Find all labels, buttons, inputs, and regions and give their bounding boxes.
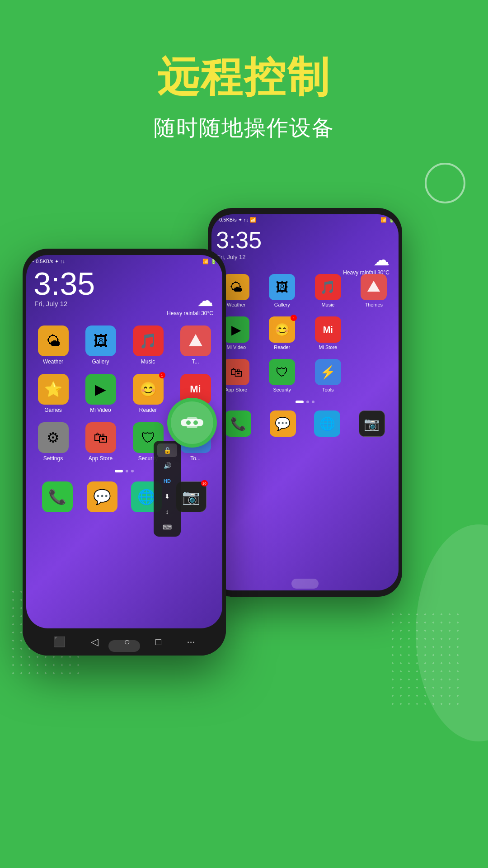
list-item[interactable]: 🌤 Weather <box>31 326 75 365</box>
svg-rect-3 <box>187 417 197 428</box>
ctrl-circle[interactable] <box>167 398 217 448</box>
reader-icon-back: 😊 1 <box>269 316 295 343</box>
messages-icon-front: 💬 <box>87 481 117 512</box>
app-label: Gallery <box>92 359 109 365</box>
svg-rect-2 <box>181 419 203 426</box>
list-item[interactable]: 🛡 Security <box>260 359 305 392</box>
nav-more-icon[interactable]: ··· <box>187 636 195 648</box>
mistore-icon-back: Mi <box>315 316 341 343</box>
app-label: Weather <box>43 359 63 365</box>
mivideo-icon-front: ▶ <box>85 374 116 405</box>
wifi-front: 📶 <box>202 259 209 264</box>
wifi-back: 📶 <box>380 217 387 223</box>
app-label: T... <box>192 359 199 365</box>
signal-info-back: ···0.5KB/s ✦ ↑↓ 📶 <box>215 217 256 223</box>
app-label: App Store <box>225 387 247 392</box>
battery-back: 🔋 <box>389 217 395 223</box>
app-label: Tools <box>322 387 334 392</box>
app-grid-front-row1: 🌤 Weather 🖼 Gallery 🎵 Music T... <box>26 321 222 369</box>
hd-btn[interactable]: HD <box>157 474 177 488</box>
themes-icon-front <box>180 326 211 356</box>
app-label: Games <box>44 407 62 413</box>
list-item[interactable]: 🎵 Music <box>126 326 170 365</box>
list-item[interactable]: 🛍 App Store <box>78 422 123 462</box>
volume-btn[interactable]: 🔊 <box>157 459 177 472</box>
app-label: Settings <box>43 455 63 462</box>
list-item[interactable]: 😊 1 Reader <box>260 316 305 350</box>
resize-btn[interactable]: ↕ <box>157 505 177 519</box>
app-grid-back-row3: 🛍 App Store 🛡 Security ⚡ Tools <box>211 354 399 397</box>
status-bar-front: ···0.5KB/s ✦ ↑↓ 📶 🔋 <box>26 255 222 266</box>
hero-subtitle: 随时随地操作设备 <box>0 113 488 142</box>
app-label: Security <box>273 387 291 392</box>
tools-icon-back: ⚡ <box>315 359 341 385</box>
list-item <box>352 316 396 350</box>
app-label: Mi Video <box>90 407 111 413</box>
list-item[interactable]: Mi Mi Store <box>306 316 350 350</box>
gallery-icon-front: 🖼 <box>85 326 116 356</box>
list-item <box>352 359 396 392</box>
app-label: Themes <box>365 302 383 307</box>
app-grid-back-row2: ▶ Mi Video 😊 1 Reader Mi Mi Store <box>211 312 399 354</box>
home-btn-front[interactable] <box>108 640 140 652</box>
app-label: Music <box>141 359 155 365</box>
ctrl-icon <box>178 414 206 432</box>
ctrl-panel: 🔒 🔊 HD ⬇ ↕ ⌨ <box>154 441 181 537</box>
themes-icon-back <box>361 274 387 300</box>
app-label: App Store <box>89 455 113 462</box>
phones-container: ···0.5KB/s ✦ ↑↓ 📶 📶 🔋 3:35 Fri, July 12 … <box>0 172 488 868</box>
security-icon-back: 🛡 <box>269 359 295 385</box>
weather-icon-front-app: 🌤 <box>38 326 69 356</box>
svg-point-5 <box>193 420 198 425</box>
download-btn[interactable]: ⬇ <box>157 490 177 503</box>
app-label: Mi Video <box>226 344 246 350</box>
weather-label-front: Heavy rainfall 30°C <box>167 310 213 316</box>
games-icon-front: ⭐ <box>38 374 69 405</box>
phone-icon-front: 📞 <box>42 481 73 512</box>
lock-btn[interactable]: 🔒 <box>157 443 177 457</box>
app-label: Reader <box>274 344 290 350</box>
weather-icon-front: ☁ <box>167 291 213 310</box>
music-icon-front: 🎵 <box>133 326 164 356</box>
hero-title: 远程控制 <box>0 54 488 100</box>
dot <box>126 470 128 472</box>
list-item[interactable]: T... <box>173 326 218 365</box>
list-item[interactable]: ⚙ Settings <box>31 422 75 462</box>
home-btn-back[interactable] <box>291 579 319 589</box>
nav-home-icon[interactable]: ◁ <box>91 636 99 648</box>
list-item[interactable]: 💬 <box>87 481 117 512</box>
badge: 1 <box>159 372 165 378</box>
list-item[interactable]: Themes <box>352 274 396 307</box>
keyboard-btn[interactable]: ⌨ <box>157 520 177 534</box>
svg-marker-1 <box>189 334 202 346</box>
dot <box>131 470 134 472</box>
app-label: Music <box>321 302 334 307</box>
battery-front: 🔋 <box>211 259 217 264</box>
weather-front: ☁ Heavy rainfall 30°C <box>167 291 213 316</box>
svg-point-4 <box>186 420 191 425</box>
appstore-icon-front: 🛍 <box>85 422 116 453</box>
weather-icon-back: ☁ <box>343 250 389 269</box>
mivideo-icon-back: ▶ <box>223 316 249 343</box>
gallery-icon-back: 🖼 <box>269 274 295 300</box>
list-item[interactable]: 🖼 Gallery <box>260 274 305 307</box>
list-item[interactable]: 📞 <box>42 481 73 512</box>
list-item[interactable]: 🖼 Gallery <box>78 326 123 365</box>
dot <box>115 470 123 472</box>
nav-back-icon[interactable]: ⬛ <box>53 636 66 648</box>
time-back: 3:35 <box>216 226 399 254</box>
signal-info-front: ···0.5KB/s ✦ ↑↓ <box>32 259 65 264</box>
nav-square-icon[interactable]: □ <box>155 636 161 648</box>
list-item[interactable]: ▶ Mi Video <box>78 374 123 413</box>
badge: 1 <box>291 315 297 321</box>
list-item[interactable]: 🎵 Music <box>306 274 350 307</box>
weather-icon-back-app: 🌤 <box>223 274 249 300</box>
music-icon-back: 🎵 <box>315 274 341 300</box>
app-grid-back-row1: 🌤 Weather 🖼 Gallery 🎵 Music Themes <box>211 269 399 312</box>
floating-ctrl: 🔒 🔊 HD ⬇ ↕ ⌨ <box>154 398 488 537</box>
weather-back: ☁ Heavy rainfall 30°C <box>343 250 389 276</box>
app-label: Gallery <box>274 302 290 307</box>
list-item[interactable]: ⭐ Games <box>31 374 75 413</box>
settings-icon-front: ⚙ <box>38 422 69 453</box>
list-item[interactable]: ⚡ Tools <box>306 359 350 392</box>
